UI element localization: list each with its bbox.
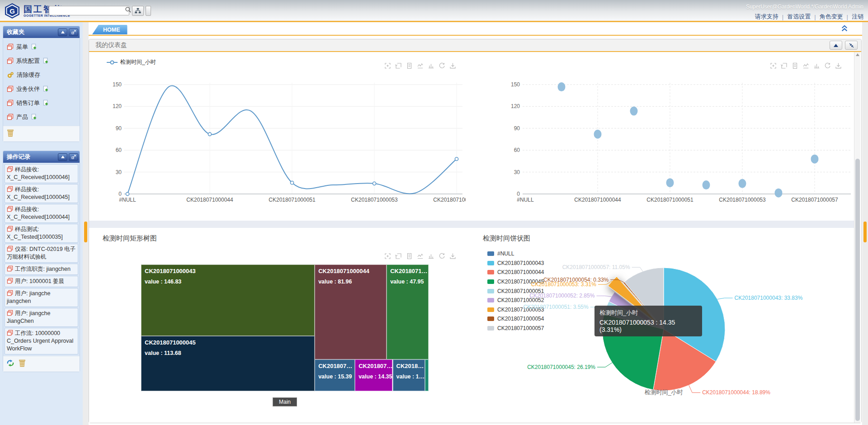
activity-item-8[interactable]: 用户: jiangche jiangchen: [5, 288, 78, 307]
line-chart-legend[interactable]: 检测时间_小时: [106, 58, 156, 66]
left-splitter-grabber[interactable]: [84, 222, 87, 242]
download-icon[interactable]: [449, 62, 457, 70]
favorites-item-2[interactable]: 系统配置: [3, 54, 80, 68]
zoom-reset-icon[interactable]: [395, 252, 402, 260]
vertical-scrollbar[interactable]: [854, 52, 860, 423]
right-splitter-grabber[interactable]: [863, 222, 867, 242]
activity-popout-button[interactable]: [69, 153, 78, 161]
tab-home[interactable]: HOME: [92, 25, 127, 34]
favorites-item-1[interactable]: 菜单: [3, 40, 80, 54]
treemap-block-CK2018071000053[interactable]: CK2018071000053value : 14.35: [355, 359, 392, 391]
treemap-breadcrumb[interactable]: Main: [273, 397, 297, 406]
activity-item-1[interactable]: 样品接收: X_C_Received[1000046]: [5, 164, 78, 183]
area-zoom-icon[interactable]: [384, 62, 392, 70]
download-icon[interactable]: [449, 252, 457, 260]
data-view-icon[interactable]: [406, 252, 413, 260]
favorites-item-6[interactable]: 产品: [3, 110, 80, 124]
treemap-block-CK2018071000054[interactable]: CK2018071000054value : 1.43: [425, 359, 429, 391]
scroll-up-icon[interactable]: [856, 53, 859, 56]
line-chart-icon[interactable]: [416, 62, 424, 70]
restore-icon[interactable]: [438, 62, 446, 70]
treemap-block-CK2018071000057[interactable]: CK2018071000057value : 47.95: [387, 264, 429, 359]
sitemap-button[interactable]: [132, 6, 144, 16]
header-extra-button[interactable]: [146, 6, 151, 16]
activity-item-6[interactable]: 工作流职责: jiangchen: [5, 264, 78, 275]
search-input[interactable]: [49, 7, 123, 14]
activity-item-4[interactable]: 样品测试: X_C_Tested[1000035]: [5, 224, 78, 243]
treemap-block-CK2018071000045[interactable]: CK2018071000045value : 113.68: [141, 336, 315, 391]
line-chart-icon[interactable]: [416, 252, 424, 260]
activity-item-5[interactable]: 仪器: DNTC-02019 电子万能材料试验机: [5, 244, 78, 263]
favorites-popout-button[interactable]: [69, 28, 78, 36]
activity-item-10[interactable]: 工作流: 10000000 C_Orders Urgent Approval W…: [5, 328, 78, 354]
activity-panel-header: 操作记录: [3, 151, 80, 163]
treemap-block-CK2018071000051[interactable]: CK2018071000051value : 15.39: [315, 359, 355, 391]
link-separator: |: [782, 14, 783, 20]
dashboard-collapse-button[interactable]: [830, 41, 842, 50]
line-chart-icon[interactable]: [802, 62, 810, 70]
favorites-item-label: 销售订单: [16, 99, 40, 107]
area-zoom-icon[interactable]: [384, 252, 392, 260]
svg-text:150: 150: [113, 81, 122, 88]
favorites-item-4[interactable]: 业务伙伴: [3, 82, 80, 96]
pie-callout-label-CK2018071000052: CK2018071000052: 2.85%: [529, 293, 594, 299]
restore-icon[interactable]: [438, 252, 446, 260]
area-zoom-icon[interactable]: [769, 62, 777, 70]
activity-collapse-button[interactable]: [58, 153, 67, 161]
activity-item-9[interactable]: 用户: jiangche JiangChen: [5, 308, 78, 327]
trash-icon[interactable]: [6, 128, 15, 139]
scatter-chart[interactable]: 0306090120150#NULLCK2018071000044CK20180…: [466, 53, 854, 221]
data-view-icon[interactable]: [406, 62, 413, 70]
scrollbar-thumb[interactable]: [855, 159, 860, 421]
svg-text:CK2018071000053: CK2018071000053: [719, 197, 766, 203]
header-link-3[interactable]: 角色变更: [820, 13, 843, 21]
left-splitter: [83, 22, 89, 425]
app-root: G 国工智能 GOGETTER INTELLIGENCE SuperUser@G…: [0, 0, 868, 425]
activity-item-3[interactable]: 样品接收: X_C_Received[1000044]: [5, 204, 78, 223]
svg-text:120: 120: [113, 103, 122, 109]
bar-chart-icon[interactable]: [427, 252, 435, 260]
treemap-block-CK2018071000044[interactable]: CK2018071000044value : 81.96: [315, 264, 387, 359]
window-icon: [7, 290, 13, 296]
collapse-up-chevrons-icon[interactable]: [840, 24, 849, 34]
window-icon: [7, 166, 13, 172]
trash-icon[interactable]: [18, 359, 27, 369]
dashboard-body: 检测时间_小时 0306090120150#NULLCK201807100004…: [89, 52, 861, 423]
zoom-reset-icon[interactable]: [395, 62, 402, 70]
bar-chart-icon[interactable]: [813, 62, 821, 70]
activity-item-label: 用户: 1000001 姜晨: [15, 278, 64, 284]
dashboard-restore-button[interactable]: [845, 41, 858, 50]
svg-text:#NULL: #NULL: [119, 197, 136, 203]
sitemap-icon: [134, 7, 142, 14]
favorites-item-3[interactable]: 清除缓存: [3, 68, 80, 82]
svg-text:30: 30: [514, 169, 520, 175]
line-chart[interactable]: 0306090120150#NULLCK2018071000044CK20180…: [89, 53, 466, 221]
activity-list: 样品接收: X_C_Received[1000046]样品接收: X_C_Rec…: [3, 163, 80, 356]
window-icon: [7, 265, 13, 272]
header-link-2[interactable]: 首选设置: [787, 13, 811, 21]
treemap-block-name: CK2018071000052: [393, 359, 425, 369]
header-link-4[interactable]: 注销: [852, 13, 863, 21]
treemap-block-CK2018071000043[interactable]: CK2018071000043value : 146.83: [141, 264, 315, 336]
activity-item-label: 用户: jiangche JiangChen: [7, 310, 51, 324]
treemap-block-name: CK2018071000053: [355, 359, 392, 369]
activity-item-2[interactable]: 样品接收: X_C_Received[1000045]: [5, 184, 78, 203]
treemap-block-CK2018071000052[interactable]: CK2018071000052value : 12.35: [393, 359, 425, 391]
download-icon[interactable]: [835, 62, 842, 70]
refresh-icon[interactable]: [6, 359, 15, 369]
favorites-item-5[interactable]: 销售订单: [3, 96, 80, 110]
favorites-collapse-button[interactable]: [58, 28, 67, 36]
restore-icon[interactable]: [824, 62, 831, 70]
svg-text:0: 0: [118, 191, 122, 197]
header-link-1[interactable]: 请求支持: [755, 13, 778, 21]
treemap-toolbox: [384, 252, 457, 260]
data-view-icon[interactable]: [791, 62, 799, 70]
favorites-list: 菜单系统配置清除缓存业务伙伴销售订单产品: [3, 38, 80, 126]
window-icon: [7, 186, 13, 192]
zoom-reset-icon[interactable]: [780, 62, 788, 70]
activity-item-7[interactable]: 用户: 1000001 姜晨: [5, 276, 78, 287]
bar-chart-icon[interactable]: [427, 62, 435, 70]
treemap-block-value: value : 113.68: [141, 346, 315, 356]
trash-icon: [18, 359, 27, 368]
tab-bar: HOME: [89, 22, 862, 35]
